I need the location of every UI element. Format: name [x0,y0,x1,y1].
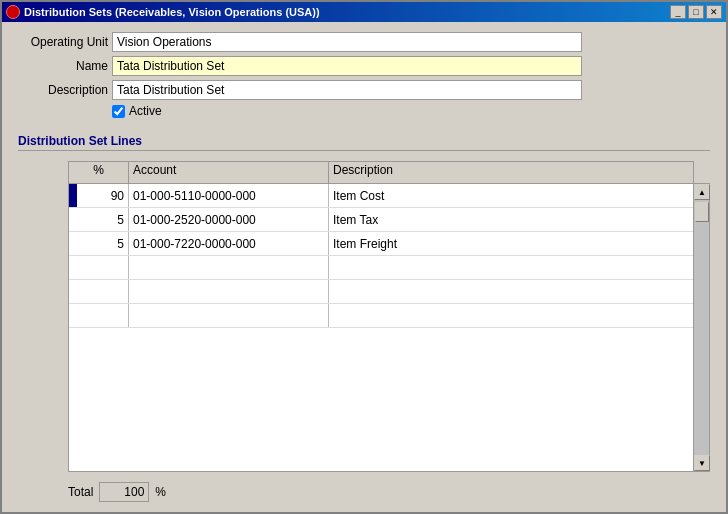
section-title: Distribution Set Lines [18,134,710,151]
cell-description [329,184,693,207]
cell-account [129,184,329,207]
description-row: Description [18,80,710,100]
cell-description [329,232,693,255]
maximize-button[interactable]: □ [688,5,704,19]
col-header-account: Account [129,162,329,183]
operating-unit-label: Operating Unit [18,35,108,49]
cell-account [129,232,329,255]
description-input[interactable] [112,80,582,100]
title-bar-left: Distribution Sets (Receivables, Vision O… [6,5,320,19]
scroll-down-button[interactable]: ▼ [694,455,710,471]
table-row [69,184,693,208]
close-button[interactable]: ✕ [706,5,722,19]
scroll-track [694,200,709,455]
percent-input[interactable] [77,280,128,303]
description-input[interactable] [329,304,693,327]
minimize-button[interactable]: _ [670,5,686,19]
window-icon [6,5,20,19]
cell-percent [77,304,129,327]
percent-input[interactable] [77,256,128,279]
account-input[interactable] [129,280,328,303]
col-header-percent: % [69,162,129,183]
total-label: Total [68,485,93,499]
cell-description [329,304,693,327]
account-input[interactable] [129,208,328,231]
description-input[interactable] [329,256,693,279]
percent-input[interactable] [77,304,128,327]
table-body [68,183,694,472]
name-input[interactable] [112,56,582,76]
scroll-thumb[interactable] [695,202,709,222]
description-input[interactable] [329,280,693,303]
cell-percent [77,280,129,303]
table-row [69,232,693,256]
active-row: Active [112,104,710,118]
cell-percent [77,184,129,207]
table-row [69,280,693,304]
table-row [69,304,693,328]
cell-account [129,256,329,279]
account-input[interactable] [129,256,328,279]
row-indicator [69,208,77,231]
description-input[interactable] [329,184,693,207]
cell-percent [77,232,129,255]
title-buttons: _ □ ✕ [670,5,722,19]
table-row [69,256,693,280]
row-indicator [69,304,77,327]
percent-input[interactable] [77,208,128,231]
cell-description [329,280,693,303]
account-input[interactable] [129,184,328,207]
description-label: Description [18,83,108,97]
cell-percent [77,208,129,231]
description-input[interactable] [329,232,693,255]
total-unit: % [155,485,166,499]
scroll-up-button[interactable]: ▲ [694,184,710,200]
row-indicator [69,232,77,255]
row-indicator [69,184,77,207]
operating-unit-row: Operating Unit [18,32,710,52]
description-input[interactable] [329,208,693,231]
active-label: Active [129,104,162,118]
operating-unit-input[interactable] [112,32,582,52]
window-title: Distribution Sets (Receivables, Vision O… [24,6,320,18]
form-section: Operating Unit Name Description Active [18,32,710,118]
cell-account [129,280,329,303]
account-input[interactable] [129,232,328,255]
scrollbar-spacer [694,161,710,183]
main-window: Distribution Sets (Receivables, Vision O… [0,0,728,514]
percent-input[interactable] [77,184,128,207]
total-row: Total % [68,482,710,502]
row-indicator [69,280,77,303]
cell-description [329,208,693,231]
col-header-description: Description [329,162,693,183]
account-input[interactable] [129,304,328,327]
name-row: Name [18,56,710,76]
cell-percent [77,256,129,279]
window-content: Operating Unit Name Description Active D… [2,22,726,512]
title-bar: Distribution Sets (Receivables, Vision O… [2,2,726,22]
cell-description [329,256,693,279]
percent-input[interactable] [77,232,128,255]
row-indicator [69,256,77,279]
active-checkbox[interactable] [112,105,125,118]
total-value[interactable] [99,482,149,502]
cell-account [129,304,329,327]
cell-account [129,208,329,231]
name-label: Name [18,59,108,73]
table-row [69,208,693,232]
table-header: % Account Description [68,161,694,183]
vertical-scrollbar[interactable]: ▲ ▼ [694,183,710,472]
